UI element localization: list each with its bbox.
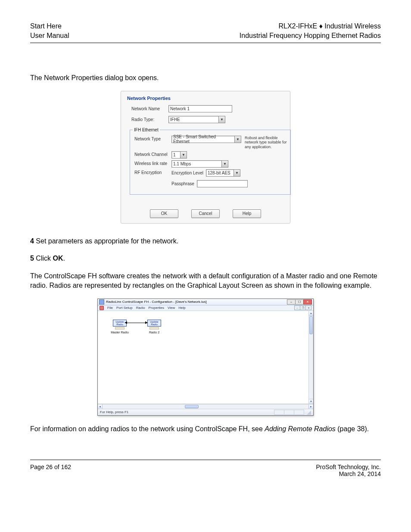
- scroll-up-button[interactable]: ▲: [309, 311, 313, 316]
- network-channel-label: Network Channel: [134, 151, 168, 157]
- network-name-input[interactable]: Network 1: [168, 105, 232, 112]
- menu-help[interactable]: Help: [178, 306, 185, 310]
- ifh-legend: IFH Ethernet: [133, 128, 160, 132]
- remote-radio-node[interactable]: Update Radio Radio 2: [145, 320, 163, 334]
- menu-properties[interactable]: Properties: [149, 306, 164, 310]
- minimize-button[interactable]: –: [287, 299, 296, 305]
- ifh-ethernet-group: IFH Ethernet Network Type SSE - Smart Sw…: [130, 128, 291, 195]
- wireless-rate-select[interactable]: 1.1 Mbps ▼: [171, 160, 228, 168]
- menu-file[interactable]: File: [107, 306, 113, 310]
- network-name-label: Network Name: [131, 106, 165, 111]
- graphical-layout-canvas[interactable]: Update Radio Master Radio Update Radio R…: [98, 311, 313, 404]
- step-5: 5 Click OK.: [30, 254, 381, 263]
- header-divider: [30, 43, 381, 43]
- radio-type-label: Radio Type:: [131, 117, 165, 122]
- status-well: [284, 410, 294, 415]
- radio-icon: [115, 327, 125, 330]
- footer-divider: [30, 460, 381, 460]
- mid-paragraph: The ControlScape FH software creates the…: [30, 271, 381, 291]
- encryption-level-label: Encryption Level: [171, 171, 203, 175]
- radio-icon: [149, 327, 159, 330]
- help-button[interactable]: Help: [233, 209, 261, 218]
- chevron-down-icon: ▼: [221, 161, 228, 167]
- resize-grip-icon[interactable]: [306, 410, 311, 415]
- arrow-left-icon: [125, 321, 127, 324]
- hscroll-thumb[interactable]: [185, 405, 199, 408]
- rf-encryption-label: RF Encryption: [134, 169, 168, 175]
- status-bar: For Help, press F1: [98, 409, 313, 415]
- ok-button[interactable]: OK: [150, 209, 178, 218]
- horizontal-scrollbar[interactable]: ◄ ►: [98, 404, 313, 409]
- vertical-scrollbar[interactable]: ▲ ▼: [308, 311, 313, 404]
- network-channel-select[interactable]: 1 ▼: [171, 151, 187, 159]
- mdi-restore-button[interactable]: ❐: [300, 305, 306, 310]
- intro-text: The Network Properties dialog box opens.: [30, 73, 381, 83]
- chevron-down-icon: ▼: [234, 136, 241, 143]
- scroll-right-button[interactable]: ►: [308, 404, 313, 409]
- menu-port-setup[interactable]: Port Setup: [116, 306, 133, 310]
- mdi-close-button[interactable]: ✕: [305, 305, 311, 310]
- status-text: For Help, press F1: [100, 410, 128, 414]
- close-button[interactable]: ✕: [303, 299, 312, 305]
- status-well: [294, 410, 304, 415]
- dialog-title: Network Properties: [124, 93, 287, 104]
- app-icon: [99, 299, 104, 305]
- network-type-hint: Robust and flexible network type suitabl…: [245, 136, 288, 149]
- outro-text: For information on adding radios to the …: [30, 424, 381, 434]
- footer-company: ProSoft Technology, Inc.: [316, 464, 381, 470]
- scroll-thumb[interactable]: [309, 316, 313, 334]
- network-type-label: Network Type: [134, 136, 168, 141]
- footer-page-number: Page 26 of 162: [30, 464, 71, 470]
- step-4: 4 Set parameters as appropriate for the …: [30, 236, 381, 246]
- mdi-icon: [100, 306, 104, 310]
- header-left-line1: Start Here: [30, 22, 69, 31]
- network-properties-dialog: Network Properties Network Name Network …: [121, 91, 290, 224]
- wireless-rate-label: Wireless link rate: [134, 160, 168, 166]
- encryption-level-select[interactable]: 128-bit AES ▼: [206, 169, 240, 177]
- header-right-line1: RLX2-IFHxE ♦ Industrial Wireless: [240, 22, 381, 31]
- menu-bar: File Port Setup Radio Properties View He…: [98, 305, 313, 311]
- chevron-down-icon: ▼: [234, 170, 240, 176]
- remote-radio-box: Update Radio: [147, 320, 161, 327]
- chevron-down-icon: ▼: [180, 152, 187, 158]
- header-left-line2: User Manual: [30, 31, 69, 40]
- footer-date: March 24, 2014: [316, 470, 381, 477]
- controlscape-window: RadioLinx ControlScape FH - Configuratio…: [97, 299, 314, 416]
- maximize-button[interactable]: ☐: [295, 299, 304, 305]
- remote-radio-label: Radio 2: [145, 331, 163, 334]
- status-well: [274, 410, 284, 415]
- page-header: Start Here User Manual RLX2-IFHxE ♦ Indu…: [30, 22, 381, 40]
- menu-view[interactable]: View: [168, 306, 175, 310]
- menu-radio[interactable]: Radio: [136, 306, 145, 310]
- scroll-left-button[interactable]: ◄: [98, 404, 103, 409]
- cancel-button[interactable]: Cancel: [191, 209, 220, 218]
- master-radio-label: Master Radio: [111, 331, 129, 334]
- mdi-minimize-button[interactable]: –: [294, 305, 300, 310]
- network-type-select[interactable]: SSE - Smart Switched Ethernet ▼: [171, 136, 241, 143]
- radio-link-line: [126, 323, 146, 323]
- titlebar: RadioLinx ControlScape FH - Configuratio…: [98, 299, 313, 305]
- arrow-right-icon: [145, 321, 148, 324]
- scroll-down-button[interactable]: ▼: [309, 399, 313, 404]
- window-title: RadioLinx ControlScape FH - Configuratio…: [106, 300, 207, 304]
- passphrase-label: Passphrase: [171, 181, 194, 186]
- passphrase-input[interactable]: [197, 180, 248, 187]
- radio-type-select[interactable]: IFHE ▼: [168, 116, 225, 123]
- chevron-down-icon: ▼: [218, 116, 225, 123]
- header-right-line2: Industrial Frequency Hopping Ethernet Ra…: [240, 31, 381, 40]
- page-footer: Page 26 of 162 ProSoft Technology, Inc. …: [30, 464, 381, 477]
